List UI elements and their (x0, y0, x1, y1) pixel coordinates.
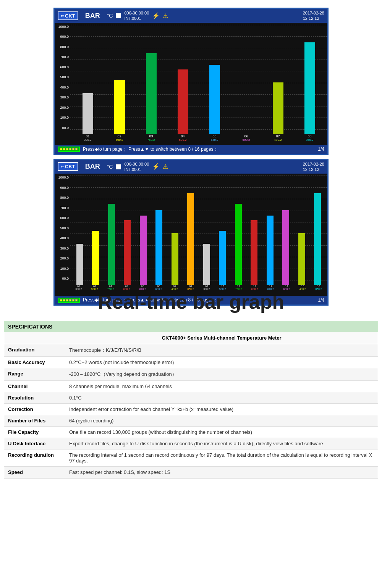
chart2-time: 000-00:00:00 INT:0001 (124, 161, 149, 172)
spec-label-3: Channel (4, 381, 65, 392)
bar-group-6 (241, 25, 252, 134)
chart1-date: 2017-02-28 12:12:12 (303, 10, 324, 21)
bar-1 (83, 93, 93, 134)
spec-label-0: Graduation (4, 344, 65, 357)
bar-7 (273, 82, 283, 134)
ckt-brand: CKT (65, 13, 75, 19)
spec-value-5: Independent error correction for each ch… (65, 404, 378, 415)
chart2-body: 1000.0 900.0 800.0 700.0 600.0 500.0 400… (55, 174, 327, 296)
chart1-y-axis: 1000.0 900.0 800.0 700.0 600.0 500.0 400… (55, 25, 70, 130)
chart2-page: 1/4 (318, 298, 324, 303)
ckt-arrow-left: ⇐ (61, 14, 64, 18)
chart2-mode: BAR (85, 163, 100, 171)
warn-icon-2: ⚠ (163, 163, 168, 170)
ckt-logo-2: ⇐ CKT (58, 162, 78, 171)
spec-value-7: One file can record 130,000 groups (with… (65, 427, 378, 438)
chart2-header: ⇐ CKT BAR °C 000-00:00:00 INT:0001 ⚡ ⚠ 2… (55, 160, 327, 174)
bar-8 (304, 42, 315, 134)
warn-icon-1: ⚠ (163, 12, 168, 19)
specs-table: CKT4000+ Series Multi-channel Temperatur… (4, 332, 378, 478)
spec-label-10: Speed (4, 467, 65, 478)
bar-group-4 (178, 25, 188, 134)
chart2-container: ⇐ CKT BAR °C 000-00:00:00 INT:0001 ⚡ ⚠ 2… (53, 159, 329, 306)
chart1-container: ⇐ CKT BAR °C 000-00:00:00 INT:0001 ⚡ ⚠ 2… (53, 8, 329, 155)
spec-value-0: Thermocouple：K/J/E/T/N/S/R/B (65, 344, 378, 357)
bar-2 (114, 80, 125, 134)
spec-value-2: -200～1820°C（Varying depend on graduation… (65, 368, 378, 381)
chart2-bar-labels: 01390.2 02500.2 03750.2 04600.2 05640.2 … (70, 285, 327, 296)
spec-value-10: Fast speed per channel: 0.1S, slow speed… (65, 467, 378, 478)
chart2-box: ⇐ CKT BAR °C 000-00:00:00 INT:0001 ⚡ ⚠ 2… (53, 159, 329, 306)
chart1-bar-labels: 01 390.2 02 500.2 03 750.2 04 600.2 (70, 134, 327, 145)
chart1-square (116, 13, 121, 18)
spec-value-8: Export record files, change to U disk fu… (65, 438, 378, 449)
spec-label-1: Basic Accuracy (4, 357, 65, 368)
bar-group-5 (209, 25, 220, 134)
chart2-date: 2017-02-28 12:12:12 (303, 161, 324, 172)
bar-4 (178, 69, 188, 134)
bar-group-8 (304, 25, 315, 134)
ckt-arrow-left-2: ⇐ (61, 164, 64, 169)
chart1-body: 1000.0 900.0 800.0 700.0 600.0 500.0 400… (55, 23, 327, 145)
chart1-time: 000-00:00:00 INT:0001 (124, 10, 149, 21)
chart2-unit: °C (107, 164, 113, 170)
chart1-mode: BAR (85, 12, 100, 20)
bar-5 (209, 65, 220, 134)
spec-value-3: 8 channels per module, maximum 64 channe… (65, 381, 378, 392)
bar-group-7 (273, 25, 283, 134)
spec-value-1: 0.2°C+2 words (not include thermocouple … (65, 357, 378, 368)
spec-value-6: 64 (cyclic recording) (65, 415, 378, 427)
chart2-bars (70, 176, 327, 285)
page-wrapper: ⇐ CKT BAR °C 000-00:00:00 INT:0001 ⚡ ⚠ 2… (0, 0, 382, 482)
spec-label-2: Range (4, 368, 65, 381)
chart1-page: 1/4 (318, 147, 324, 152)
specs-header: SPECIFICATIONS (4, 321, 378, 332)
chart2-y-axis: 1000.0 900.0 800.0 700.0 600.0 500.0 400… (55, 176, 70, 280)
specs-section: SPECIFICATIONS CKT4000+ Series Multi-cha… (4, 321, 378, 478)
spec-label-4: Resolution (4, 392, 65, 404)
bar-3 (146, 53, 157, 134)
grid-btn-1[interactable] (58, 147, 80, 152)
bar-group-3 (146, 25, 157, 134)
chart1-unit: °C (107, 13, 113, 19)
bar-group-1 (83, 25, 93, 134)
specs-column-title: CKT4000+ Series Multi-channel Temperatur… (65, 332, 378, 344)
spec-label-9: Recording duration (4, 449, 65, 467)
spec-value-4: 0.1°C (65, 392, 378, 404)
chart1-footer-text: Press◆to turn page； Press▲▼ to switch be… (83, 146, 218, 153)
ckt-logo-1: ⇐ CKT (58, 11, 78, 20)
ckt-brand-2: CKT (65, 164, 75, 169)
spec-label-5: Correction (4, 404, 65, 415)
chart1-box: ⇐ CKT BAR °C 000-00:00:00 INT:0001 ⚡ ⚠ 2… (53, 8, 329, 155)
chart2-square (116, 164, 121, 169)
chart1-bars (70, 25, 327, 134)
spec-label-7: File Capacity (4, 427, 65, 438)
chart1-header: ⇐ CKT BAR °C 000-00:00:00 INT:0001 ⚡ ⚠ 2… (55, 9, 327, 23)
chart1-footer: Press◆to turn page； Press▲▼ to switch be… (55, 145, 327, 154)
grid-btn-2[interactable] (58, 298, 80, 303)
usb-icon-1: ⚡ (152, 12, 160, 19)
usb-icon-2: ⚡ (152, 163, 160, 170)
spec-value-9: The recording interval of 1 second can r… (65, 449, 378, 467)
spec-label-6: Number of Files (4, 415, 65, 427)
bar-group-2 (114, 25, 125, 134)
spec-label-8: U Disk Interface (4, 438, 65, 449)
